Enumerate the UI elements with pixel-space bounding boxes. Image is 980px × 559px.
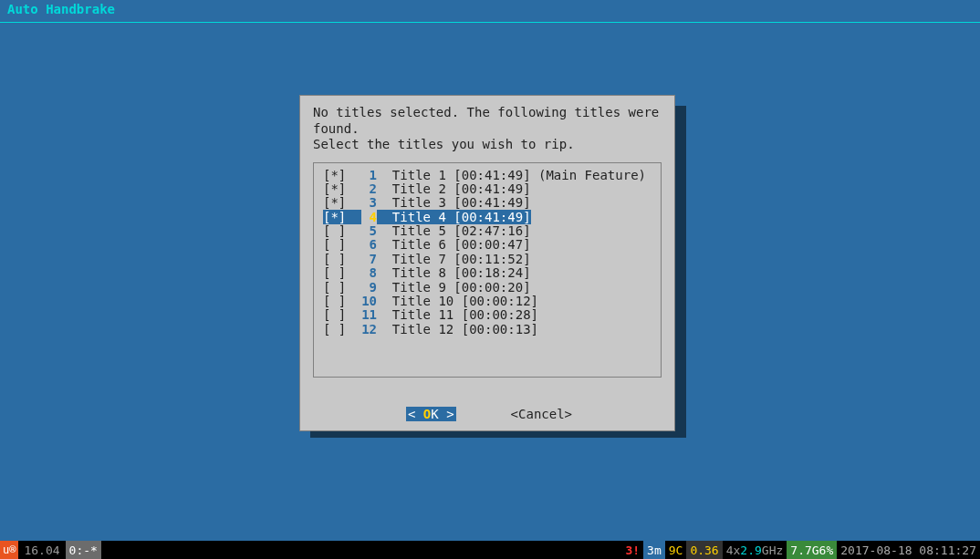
- title-row-10[interactable]: [ ] 10 Title 10 [00:00:12]: [323, 295, 652, 308]
- title-row-11[interactable]: [ ] 11 Title 11 [00:00:28]: [323, 308, 652, 322]
- title-row-5[interactable]: [ ] 5 Title 5 [02:47:16]: [323, 224, 652, 238]
- status-bar-right: 3! 3m 9C 0.36 4x2.9GHz 7.7G6% 2017-08-18…: [621, 541, 980, 559]
- title-row-1[interactable]: [*] 1 Title 1 [00:41:49] (Main Feature): [323, 169, 652, 182]
- title-select-dialog: No titles selected. The following titles…: [299, 95, 675, 431]
- title-row-2[interactable]: [*] 2 Title 2 [00:41:49]: [323, 182, 652, 196]
- title-row-8[interactable]: [ ] 8 Title 8 [00:18:24]: [323, 266, 652, 280]
- app-title: Auto Handbrake: [0, 0, 980, 18]
- title-list[interactable]: [*] 1 Title 1 [00:41:49] (Main Feature)[…: [313, 162, 662, 378]
- title-row-9[interactable]: [ ] 9 Title 9 [00:00:20]: [323, 281, 652, 295]
- title-divider: [0, 22, 980, 23]
- cancel-button[interactable]: <Cancel>: [511, 407, 572, 421]
- datetime: 2017-08-18 08:11:27: [837, 543, 980, 557]
- status-bar: u® 16.04 0:-* 3! 3m 9C 0.36 4x2.9GHz 7.7…: [0, 541, 980, 559]
- memory-indicator: 7.7G6%: [787, 541, 837, 559]
- os-version: 16.04: [18, 543, 65, 557]
- dialog-message-line1: No titles selected. The following titles…: [313, 105, 662, 137]
- dialog-buttons: < OK > <Cancel>: [313, 407, 662, 421]
- title-row-4[interactable]: [*] 4 Title 4 [00:41:49]: [323, 211, 652, 224]
- mail-indicator: 3m: [643, 541, 665, 559]
- load-indicator: 0.36: [686, 541, 722, 559]
- dialog-container: No titles selected. The following titles…: [299, 95, 675, 431]
- alert-indicator: 3!: [621, 541, 643, 559]
- ubuntu-logo: u®: [0, 541, 18, 559]
- temp-indicator: 9C: [665, 541, 687, 559]
- title-row-3[interactable]: [*] 3 Title 3 [00:41:49]: [323, 196, 652, 210]
- dialog-message: No titles selected. The following titles…: [313, 105, 662, 153]
- tmux-window[interactable]: 0:-*: [66, 541, 101, 559]
- dialog-message-line2: Select the titles you wish to rip.: [313, 137, 662, 153]
- status-bar-left: u® 16.04 0:-*: [0, 541, 101, 559]
- cpu-indicator: 4x2.9GHz: [723, 541, 787, 559]
- title-row-6[interactable]: [ ] 6 Title 6 [00:00:47]: [323, 238, 652, 252]
- title-row-12[interactable]: [ ] 12 Title 12 [00:00:13]: [323, 323, 652, 336]
- title-row-7[interactable]: [ ] 7 Title 7 [00:11:52]: [323, 253, 652, 266]
- ok-button[interactable]: < OK >: [406, 407, 456, 421]
